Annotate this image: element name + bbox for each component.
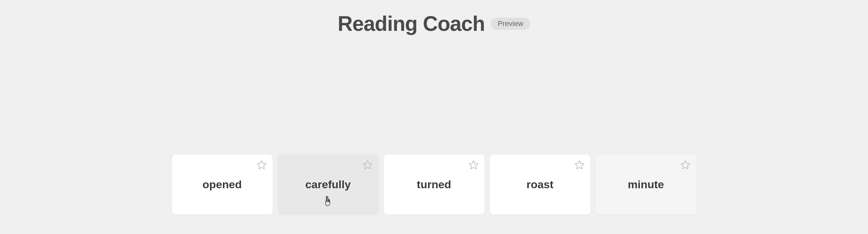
svg-marker-0: [257, 161, 266, 169]
svg-marker-4: [681, 161, 690, 169]
svg-marker-2: [469, 161, 478, 169]
star-icon-opened[interactable]: [256, 160, 267, 170]
word-card-minute[interactable]: minute: [596, 155, 696, 214]
word-label-turned: turned: [417, 178, 452, 191]
cursor-hand: [323, 196, 334, 211]
star-icon-turned[interactable]: [468, 160, 479, 170]
word-card-opened[interactable]: opened: [172, 155, 273, 214]
word-label-carefully: carefully: [306, 178, 351, 191]
star-icon-minute[interactable]: [680, 160, 690, 170]
cards-area: opened carefully turned roast minute: [0, 155, 868, 214]
header: Reading Coach Preview: [338, 12, 530, 36]
word-label-roast: roast: [526, 178, 553, 191]
word-card-turned[interactable]: turned: [384, 155, 485, 214]
word-label-opened: opened: [203, 178, 242, 191]
svg-marker-1: [363, 161, 372, 169]
word-label-minute: minute: [628, 178, 664, 191]
svg-marker-3: [575, 161, 584, 169]
word-card-roast[interactable]: roast: [490, 155, 590, 214]
page-container: Reading Coach Preview opened carefully t…: [0, 0, 868, 234]
star-icon-roast[interactable]: [574, 160, 585, 170]
preview-badge: Preview: [491, 18, 530, 30]
word-card-carefully[interactable]: carefully: [278, 155, 379, 214]
page-title: Reading Coach: [338, 12, 485, 36]
star-icon-carefully[interactable]: [362, 160, 373, 170]
